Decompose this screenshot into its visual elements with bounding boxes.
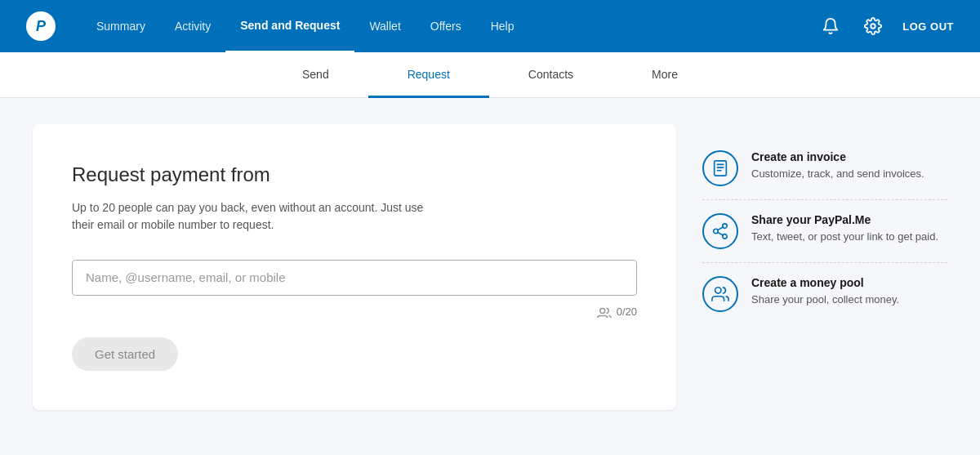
invoice-icon (702, 150, 738, 186)
pool-text: Create a money pool Share your pool, col… (751, 276, 899, 307)
nav-help[interactable]: Help (476, 0, 529, 52)
share-icon (702, 213, 738, 249)
request-description: Up to 20 people can pay you back, even w… (72, 199, 431, 234)
main-content: Request payment from Up to 20 people can… (0, 98, 980, 436)
payme-desc: Text, tweet, or post your link to get pa… (751, 230, 938, 244)
request-title: Request payment from (72, 163, 637, 186)
invoice-desc: Customize, track, and send invoices. (751, 167, 924, 181)
notifications-button[interactable] (817, 13, 844, 39)
svg-point-11 (715, 288, 721, 293)
right-sidebar: Create an invoice Customize, track, and … (702, 124, 947, 410)
sub-navigation: Send Request Contacts More (0, 52, 980, 98)
invoice-text: Create an invoice Customize, track, and … (751, 150, 924, 181)
nav-offers[interactable]: Offers (416, 0, 476, 52)
payme-title: Share your PayPal.Me (751, 213, 938, 226)
people-icon (597, 306, 612, 318)
logout-button[interactable]: LOG OUT (902, 20, 954, 33)
brand-logo[interactable]: P (26, 11, 56, 41)
subnav-more[interactable]: More (612, 52, 717, 98)
get-started-button[interactable]: Get started (72, 337, 178, 371)
group-icon (702, 276, 738, 312)
pool-desc: Share your pool, collect money. (751, 292, 899, 307)
nav-activity[interactable]: Activity (160, 0, 225, 52)
nav-summary[interactable]: Summary (82, 0, 160, 52)
create-invoice-item[interactable]: Create an invoice Customize, track, and … (702, 137, 947, 200)
header-actions: LOG OUT (817, 13, 954, 39)
recipient-input[interactable] (86, 270, 623, 284)
paypal-logo-icon: P (26, 11, 56, 41)
settings-button[interactable] (860, 13, 886, 39)
recipient-count-row: 0/20 (72, 306, 637, 318)
nav-wallet[interactable]: Wallet (354, 0, 415, 52)
top-navigation: P Summary Activity Send and Request Wall… (0, 0, 980, 52)
nav-links: Summary Activity Send and Request Wallet… (82, 0, 817, 52)
recipient-input-wrapper[interactable] (72, 260, 637, 296)
svg-rect-2 (715, 161, 727, 176)
pool-title: Create a money pool (751, 276, 899, 289)
share-payme-item[interactable]: Share your PayPal.Me Text, tweet, or pos… (702, 200, 947, 263)
invoice-title: Create an invoice (751, 150, 924, 163)
payme-text: Share your PayPal.Me Text, tweet, or pos… (751, 213, 938, 244)
money-pool-item[interactable]: Create a money pool Share your pool, col… (702, 263, 947, 325)
svg-point-1 (599, 308, 604, 313)
nav-send-request[interactable]: Send and Request (225, 0, 354, 52)
svg-point-0 (871, 24, 876, 29)
recipient-count: 0/20 (617, 306, 637, 318)
request-card: Request payment from Up to 20 people can… (33, 124, 676, 410)
svg-line-10 (718, 227, 723, 230)
subnav-request[interactable]: Request (368, 52, 489, 98)
subnav-contacts[interactable]: Contacts (489, 52, 612, 98)
subnav-send[interactable]: Send (263, 52, 368, 98)
svg-line-9 (718, 232, 723, 235)
